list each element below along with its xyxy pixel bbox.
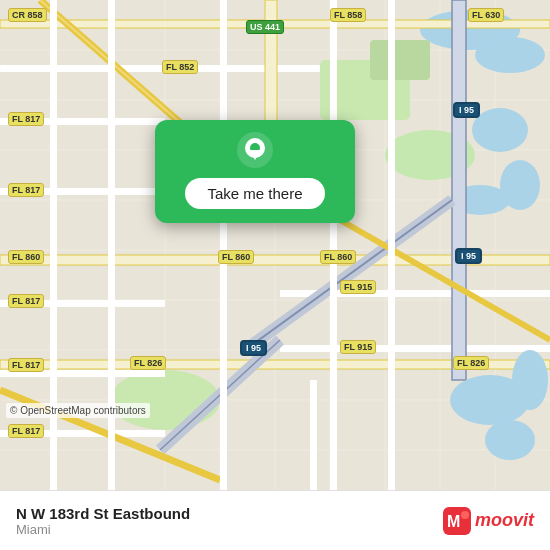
- road-badge-fl817-5: FL 817: [8, 424, 44, 438]
- attribution-text: © OpenStreetMap contributors: [6, 403, 150, 418]
- moovit-icon: M: [443, 507, 471, 535]
- take-me-there-button[interactable]: Take me there: [185, 178, 324, 209]
- svg-rect-45: [452, 0, 466, 380]
- map-container: CR 858 FL 858 FL 630 US 441 I 95 FL 852 …: [0, 0, 550, 490]
- svg-rect-59: [388, 0, 395, 490]
- svg-point-62: [512, 350, 548, 410]
- road-badge-fl817-2: FL 817: [8, 183, 44, 197]
- road-badge-fl826-l: FL 826: [130, 356, 166, 370]
- location-pin-icon: [237, 132, 273, 168]
- road-badge-i95-mid: I 95: [455, 248, 482, 264]
- road-badge-cr858: CR 858: [8, 8, 47, 22]
- svg-point-25: [500, 160, 540, 210]
- road-badge-fl915-1: FL 915: [340, 280, 376, 294]
- road-badge-fl858: FL 858: [330, 8, 366, 22]
- moovit-logo: M moovit: [443, 507, 534, 535]
- road-badge-fl817-1: FL 817: [8, 112, 44, 126]
- road-badge-fl817-4: FL 817: [8, 358, 44, 372]
- svg-point-21: [472, 108, 528, 152]
- road-badge-fl630: FL 630: [468, 8, 504, 22]
- road-badge-fl860-r: FL 860: [320, 250, 356, 264]
- svg-rect-58: [330, 0, 337, 490]
- moovit-text: moovit: [475, 510, 534, 531]
- road-badge-fl860-m: FL 860: [218, 250, 254, 264]
- svg-rect-27: [370, 40, 430, 80]
- svg-rect-57: [220, 0, 227, 490]
- location-info: N W 183rd St Eastbound Miami: [16, 505, 190, 537]
- svg-rect-42: [280, 345, 550, 352]
- svg-point-28: [110, 370, 220, 430]
- road-badge-i95-tr: I 95: [453, 102, 480, 118]
- road-badge-fl852: FL 852: [162, 60, 198, 74]
- location-city: Miami: [16, 522, 190, 537]
- road-badge-fl860-l: FL 860: [8, 250, 44, 264]
- svg-point-70: [461, 511, 469, 519]
- road-badge-fl826-r: FL 826: [453, 356, 489, 370]
- road-badge-fl817-3: FL 817: [8, 294, 44, 308]
- svg-rect-60: [310, 380, 317, 490]
- svg-point-20: [475, 37, 545, 73]
- bottom-bar: N W 183rd St Eastbound Miami M moovit: [0, 490, 550, 550]
- svg-point-63: [485, 420, 535, 460]
- location-name: N W 183rd St Eastbound: [16, 505, 190, 522]
- road-badge-i95-b: I 95: [240, 340, 267, 356]
- road-badge-fl915-2: FL 915: [340, 340, 376, 354]
- popup-card: Take me there: [155, 120, 355, 223]
- svg-text:M: M: [447, 513, 460, 530]
- road-badge-us441: US 441: [246, 20, 284, 34]
